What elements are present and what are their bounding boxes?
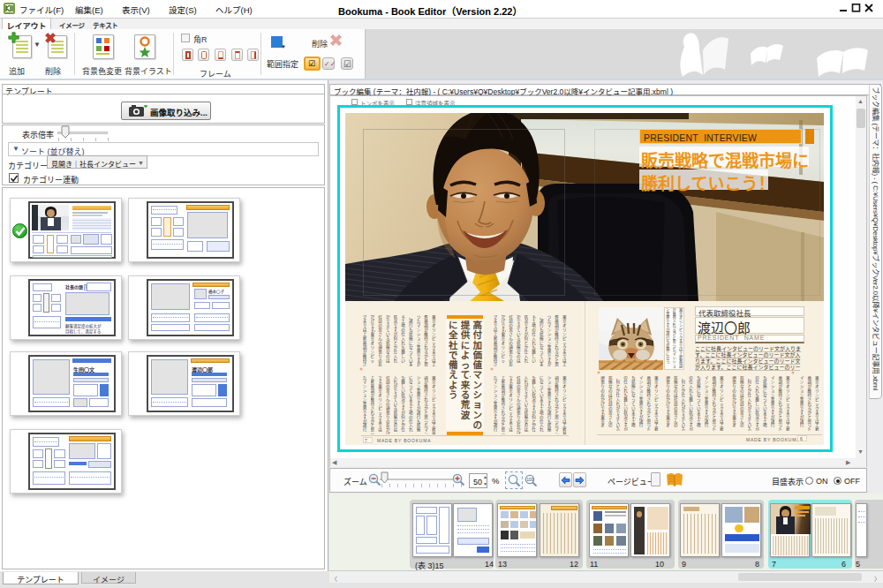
svg-text:100: 100 <box>527 478 534 482</box>
